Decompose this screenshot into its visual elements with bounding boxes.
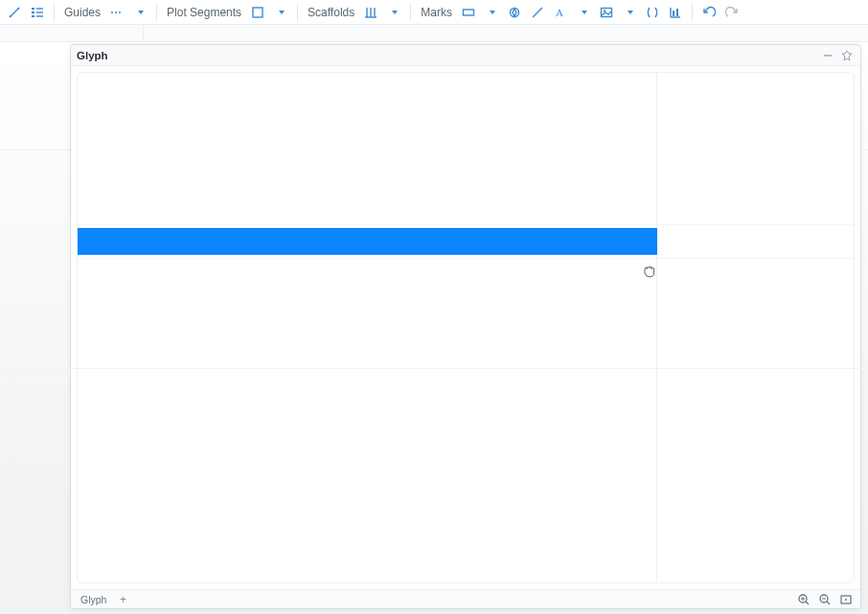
mark-text-icon[interactable]: A bbox=[550, 2, 571, 23]
mark-line-icon[interactable] bbox=[527, 2, 548, 23]
mark-dataaxis-icon[interactable] bbox=[665, 2, 686, 23]
guide-horizontal-dropdown[interactable] bbox=[129, 2, 150, 23]
panel-minimize-button[interactable] bbox=[820, 48, 835, 63]
chevron-down-icon bbox=[279, 11, 285, 14]
chevron-down-icon bbox=[628, 11, 633, 14]
zoom-fit-button[interactable] bbox=[837, 592, 855, 607]
svg-point-1 bbox=[17, 8, 19, 10]
toolbar-separator bbox=[156, 4, 157, 21]
mark-image-icon[interactable] bbox=[596, 2, 617, 23]
guide-horizontal-icon[interactable] bbox=[106, 2, 127, 23]
glyph-canvas[interactable] bbox=[77, 72, 855, 583]
chevron-down-icon bbox=[582, 11, 587, 14]
scaffold-dropdown[interactable] bbox=[383, 2, 404, 23]
svg-line-26 bbox=[806, 602, 809, 604]
add-glyph-button[interactable]: + bbox=[116, 593, 129, 606]
scaffold-columns-icon[interactable] bbox=[360, 2, 381, 23]
marks-label: Marks bbox=[417, 6, 456, 19]
svg-line-16 bbox=[533, 8, 542, 17]
svg-line-30 bbox=[827, 602, 830, 604]
mark-icon-icon[interactable] bbox=[642, 2, 663, 23]
scaffolds-label: Scaffolds bbox=[304, 6, 358, 19]
panel-header: Glyph bbox=[71, 45, 860, 66]
grab-cursor-icon bbox=[641, 262, 658, 280]
plot-segment-region-icon[interactable] bbox=[247, 2, 268, 23]
svg-rect-4 bbox=[32, 11, 34, 13]
toolbar-separator bbox=[297, 4, 298, 21]
chevron-down-icon bbox=[138, 11, 144, 14]
canvas-guide-horizontal bbox=[78, 258, 854, 259]
canvas-guide-vertical bbox=[656, 73, 657, 582]
chevron-down-icon bbox=[392, 11, 398, 14]
svg-rect-9 bbox=[253, 8, 263, 17]
mark-text-dropdown[interactable] bbox=[573, 2, 594, 23]
panel-footer-tools bbox=[795, 592, 855, 607]
mark-rectangle-icon[interactable] bbox=[458, 2, 479, 23]
panel-pin-button[interactable] bbox=[839, 48, 855, 63]
glyph-rectangle-mark[interactable] bbox=[78, 228, 657, 255]
svg-point-0 bbox=[10, 15, 11, 17]
svg-rect-23 bbox=[676, 9, 678, 16]
panel-title: Glyph bbox=[77, 50, 108, 61]
mark-symbol-icon[interactable] bbox=[504, 2, 525, 23]
svg-rect-14 bbox=[463, 10, 473, 15]
workspace: Glyph Glyph bbox=[0, 42, 868, 614]
toolbar-separator bbox=[692, 4, 693, 21]
toolbar-separator bbox=[54, 4, 55, 21]
zoom-in-button[interactable] bbox=[795, 592, 812, 607]
svg-text:A: A bbox=[556, 7, 563, 18]
undo-button[interactable] bbox=[698, 2, 720, 23]
plot-segments-label: Plot Segments bbox=[163, 6, 245, 19]
zoom-out-button[interactable] bbox=[816, 592, 834, 607]
glyph-panel: Glyph Glyph bbox=[70, 44, 861, 609]
mark-rectangle-dropdown[interactable] bbox=[481, 2, 502, 23]
toolbar: Guides Plot Segments Scaffolds Marks A bbox=[0, 0, 868, 25]
legend-tool-icon[interactable] bbox=[27, 2, 48, 23]
panel-footer: Glyph + bbox=[71, 589, 860, 608]
mark-image-dropdown[interactable] bbox=[619, 2, 640, 23]
panel-footer-tabs: Glyph + bbox=[77, 593, 129, 606]
guides-label: Guides bbox=[60, 6, 104, 19]
link-tool-icon[interactable] bbox=[4, 2, 25, 23]
glyph-tab[interactable]: Glyph bbox=[77, 593, 110, 606]
redo-button[interactable] bbox=[721, 2, 742, 23]
svg-rect-6 bbox=[32, 15, 34, 17]
toolbar-separator bbox=[410, 4, 411, 21]
panel-header-actions bbox=[820, 48, 855, 63]
svg-rect-22 bbox=[673, 11, 674, 16]
secondary-strip bbox=[0, 25, 868, 42]
canvas-guide-horizontal bbox=[78, 224, 854, 225]
chevron-down-icon bbox=[490, 11, 495, 14]
svg-rect-2 bbox=[32, 8, 34, 10]
plot-segment-dropdown[interactable] bbox=[270, 2, 291, 23]
